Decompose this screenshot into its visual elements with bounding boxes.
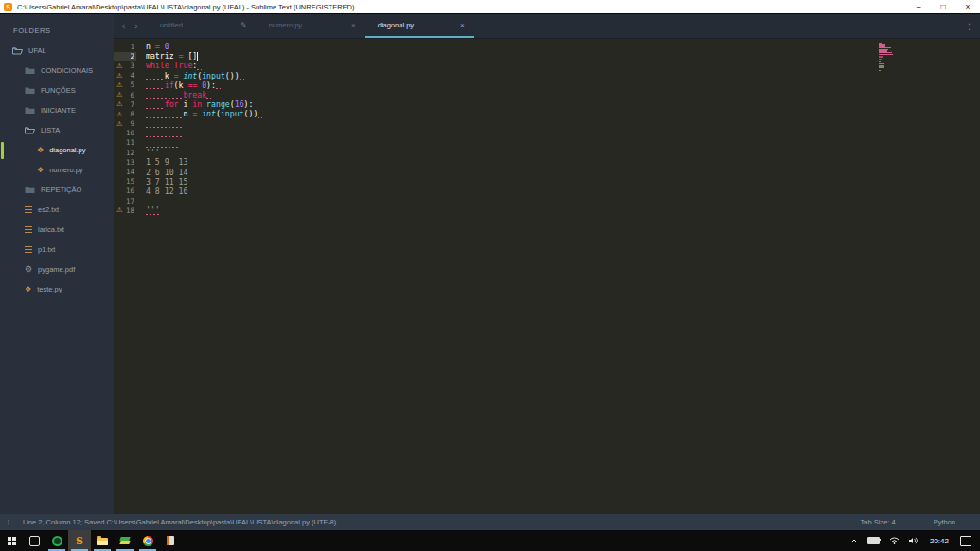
code-line-5[interactable]: ⚠5 if(k == 0):: [114, 80, 980, 90]
battery-icon[interactable]: [863, 530, 884, 551]
green-circle-app-taskbar-button[interactable]: [45, 530, 68, 551]
layers-app-taskbar-button[interactable]: [114, 530, 136, 551]
code-line-6[interactable]: ⚠6 break: [114, 90, 980, 99]
sidebar-item-lista[interactable]: LISTA: [0, 120, 114, 140]
tab-overflow-icon[interactable]: ⋮: [965, 22, 980, 31]
sublime-text-taskbar-button[interactable]: S: [68, 530, 91, 551]
sidebar-item-repeti-o[interactable]: REPETIÇÃO: [0, 180, 114, 200]
syntax-status[interactable]: Python: [934, 518, 955, 526]
tab-untitled[interactable]: untitled✎: [148, 14, 257, 38]
sidebar-item-fun-es[interactable]: FUNÇÕES: [0, 80, 114, 100]
folder-open-icon: [25, 126, 35, 134]
tab-size-status[interactable]: Tab Size: 4: [861, 518, 896, 526]
task-view-button[interactable]: [23, 530, 45, 551]
sidebar-item-teste-py[interactable]: ❖teste.py: [0, 279, 114, 299]
code-line-8[interactable]: ⚠8 n = int(input()): [114, 109, 980, 118]
tab-numero-py[interactable]: numero.py×: [257, 14, 365, 38]
lint-warning-icon: ⚠: [116, 90, 122, 99]
modified-pencil-icon[interactable]: ✎: [241, 21, 247, 29]
line-number: 1: [114, 43, 136, 51]
code-text: ''': [146, 205, 160, 215]
panel-switcher-icon[interactable]: ⁞: [0, 518, 15, 526]
lint-warning-icon: ⚠: [116, 99, 122, 109]
lint-warning-icon: ⚠: [116, 205, 122, 215]
code-editor[interactable]: 1n = 02matriz = []⚠3while True: ⚠4 k = i…: [114, 39, 980, 514]
lint-warning-icon: ⚠: [116, 110, 122, 119]
tab-diagonal-py[interactable]: diagonal.py×: [365, 14, 474, 38]
code-text: matriz = []: [146, 51, 198, 61]
code-line-16[interactable]: 164 8 12 16: [114, 187, 980, 196]
wifi-icon[interactable]: [884, 530, 904, 551]
sidebar-item-larica-txt[interactable]: larica.txt: [0, 220, 114, 240]
code-line-17[interactable]: 17: [114, 196, 980, 205]
lint-warning-icon: ⚠: [116, 71, 122, 80]
window-controls: – □ ×: [906, 0, 980, 13]
folder-open-icon: [12, 46, 23, 55]
nav-back-icon[interactable]: ‹: [122, 21, 125, 31]
code-line-1[interactable]: 1n = 0: [114, 42, 980, 51]
tray-chevron-up-icon[interactable]: [846, 530, 863, 551]
sidebar-item-ufal[interactable]: UFAL: [0, 41, 114, 61]
volume-icon[interactable]: [904, 530, 923, 551]
minimap[interactable]: [879, 43, 894, 71]
windows-logo-icon: [8, 537, 16, 545]
document-app-taskbar-button[interactable]: [159, 530, 182, 551]
line-number: 11: [114, 138, 136, 147]
code-line-2[interactable]: 2matriz = []: [114, 51, 980, 61]
code-line-4[interactable]: ⚠4 k = int(input()): [114, 71, 980, 80]
tab-label: numero.py: [269, 21, 302, 29]
code-line-10[interactable]: 10: [114, 129, 980, 138]
sidebar-item-p1-txt[interactable]: p1.txt: [0, 240, 114, 259]
taskbar-clock[interactable]: 20:42: [923, 537, 955, 545]
code-text: for i in range(16):: [146, 99, 253, 109]
file-explorer-taskbar-button[interactable]: [91, 530, 114, 551]
minimap-line: [879, 70, 881, 71]
sidebar-item-condicionais[interactable]: CONDICIONAIS: [0, 61, 114, 80]
gear-icon: ⚙: [25, 265, 32, 274]
system-tray: 20:42: [846, 530, 980, 551]
sidebar-item-iniciante[interactable]: INICIANTE: [0, 100, 114, 120]
code-line-18[interactable]: ⚠18''': [114, 205, 980, 215]
code-text: 2 6 10 14: [146, 168, 187, 177]
sublime-logo-icon: S: [4, 3, 12, 11]
line-number: 17: [114, 197, 136, 205]
nav-forward-icon[interactable]: ›: [134, 21, 137, 31]
maximize-button[interactable]: □: [931, 0, 955, 13]
code-line-3[interactable]: ⚠3while True:: [114, 61, 980, 70]
sidebar-item-label: REPETIÇÃO: [41, 186, 81, 194]
sidebar-item-diagonal-py[interactable]: ❖diagonal.py: [0, 140, 114, 160]
sidebar-item-pygame-pdf[interactable]: ⚙pygame.pdf: [0, 259, 114, 279]
chrome-taskbar-button[interactable]: [136, 530, 159, 551]
code-line-13[interactable]: 131 5 9 13: [114, 157, 980, 167]
code-line-12[interactable]: 12''': [114, 148, 980, 157]
folder-icon: [25, 106, 35, 115]
text-file-icon: [25, 246, 32, 253]
green-circle-app-icon: [52, 536, 62, 546]
tab-bar: ‹ › untitled✎numero.py×diagonal.py× ⋮: [114, 14, 980, 39]
sidebar-item-label: teste.py: [37, 285, 62, 293]
line-number: 12: [114, 149, 136, 157]
sidebar-item-es2-txt[interactable]: es2.txt: [0, 200, 114, 220]
code-line-11[interactable]: 11: [114, 138, 980, 148]
tab-label: diagonal.py: [378, 21, 414, 29]
sidebar-item-label: FUNÇÕES: [41, 86, 76, 95]
tab-close-icon[interactable]: ×: [351, 21, 356, 29]
code-text: n = int(input()): [146, 109, 262, 118]
tab-close-icon[interactable]: ×: [460, 21, 465, 29]
code-line-15[interactable]: 153 7 11 15: [114, 177, 980, 187]
line-number: 15: [114, 177, 136, 186]
tab-label: untitled: [160, 21, 183, 29]
minimize-button[interactable]: –: [906, 0, 931, 13]
python-file-icon: ❖: [37, 147, 44, 154]
sidebar-item-label: UFAL: [28, 46, 46, 55]
sidebar-item-label: diagonal.py: [49, 146, 85, 154]
action-center-icon[interactable]: [955, 530, 980, 551]
title-bar: S C:\Users\Gabriel Amaral\Desktop\pasta\…: [0, 0, 980, 14]
sidebar: FOLDERS UFALCONDICIONAISFUNÇÕESINICIANTE…: [0, 14, 114, 514]
start-button[interactable]: [0, 530, 23, 551]
code-line-7[interactable]: ⚠7 for i in range(16):: [114, 99, 980, 109]
close-button[interactable]: ×: [955, 0, 980, 13]
code-line-9[interactable]: ⚠9: [114, 119, 980, 129]
code-line-14[interactable]: 142 6 10 14: [114, 167, 980, 176]
sidebar-item-numero-py[interactable]: ❖numero.py: [0, 160, 114, 180]
